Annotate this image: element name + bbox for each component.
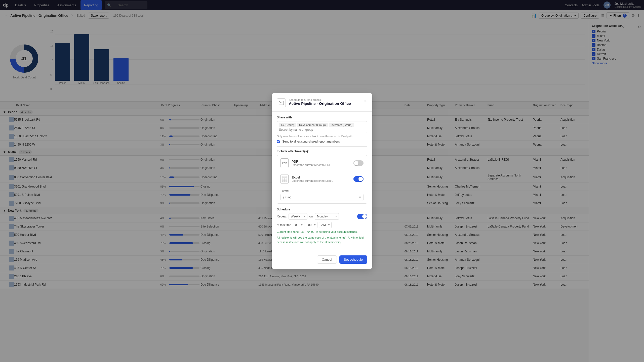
repeat-row: Repeat Weekly Daily Monthly on Monday Tu… [277, 213, 367, 220]
pdf-toggle[interactable] [353, 160, 364, 166]
excel-toggle[interactable] [353, 176, 364, 182]
minute-select[interactable]: 00 15 30 45 [306, 222, 317, 228]
pdf-file-icon: PDF [280, 158, 289, 168]
at-this-time-label: at this time [277, 223, 291, 227]
repeat-label: Repeat [277, 215, 287, 218]
set-schedule-button[interactable]: Set schedule [339, 255, 367, 264]
timezone-note: Current time zone (EST -04:00) is set us… [277, 230, 367, 234]
include-attachments-label: Include attachment(s): [277, 150, 367, 153]
excel-attachment-row: Excel Export the current report to Excel… [277, 171, 367, 187]
svg-rect-5 [282, 176, 287, 178]
toggle-knob [354, 161, 358, 165]
toggle-knob [362, 214, 367, 219]
modal-subtitle: Schedule recurring emails [289, 98, 360, 101]
modal-close-button[interactable]: × [364, 98, 367, 104]
schedule-section: Schedule Repeat Weekly Daily Monthly on … [277, 208, 367, 245]
schedule-label: Schedule [277, 208, 367, 211]
excel-info: Excel Export the current report to Excel… [292, 175, 350, 182]
modal-header: Schedule recurring emails Active Pipelin… [272, 93, 372, 112]
attachment-section: PDF PDF Export the current report to PDF… [277, 155, 367, 204]
schedule-toggle[interactable] [357, 214, 367, 219]
tag-development-group: Development (Group) [297, 123, 328, 127]
format-label: Format [280, 189, 364, 192]
email-icon [277, 98, 286, 107]
schedule-modal: Schedule recurring emails Active Pipelin… [272, 93, 372, 269]
ampm-select[interactable]: AM PM [319, 222, 332, 228]
hour-select[interactable]: 08 09 10 [293, 222, 304, 228]
modal-backdrop: Schedule recurring emails Active Pipelin… [0, 0, 644, 362]
tag-investors-group: Investors (Group) [329, 123, 354, 127]
repeat-select[interactable]: Weekly Daily Monthly [289, 213, 307, 220]
pdf-info: PDF Export the current report to PDF. [292, 160, 350, 166]
day-select[interactable]: Monday Tuesday Wednesday Thursday Friday [315, 213, 339, 220]
send-all-label: Send to all existing shared report membe… [282, 140, 340, 143]
tag-ic-group: IC (Group) [279, 123, 296, 127]
modal-title: Active Pipeline - Origination Office [289, 101, 360, 106]
send-all-checkbox[interactable] [277, 140, 280, 143]
toggle-knob [358, 177, 363, 181]
modal-title-group: Schedule recurring emails Active Pipelin… [289, 98, 360, 106]
share-search-input[interactable] [279, 128, 365, 131]
modal-body: Share with IC (Group) Development (Group… [272, 112, 372, 253]
tags-container[interactable]: IC (Group) Development (Group) Investors… [277, 121, 367, 133]
pdf-attachment-row: PDF PDF Export the current report to PDF… [277, 155, 367, 171]
cancel-button[interactable]: Cancel [317, 255, 337, 264]
time-row: at this time 08 09 10 00 15 30 45 AM [277, 222, 367, 228]
send-all-row: Send to all existing shared report membe… [277, 140, 367, 143]
on-label: on [309, 215, 313, 218]
divider [277, 146, 367, 147]
share-info-text: Only members will receive a link to see … [277, 135, 367, 138]
excel-file-icon [280, 174, 289, 184]
share-with-label: Share with [277, 116, 367, 119]
format-select[interactable]: (.xlsx) .csv [280, 194, 364, 201]
attachment-note: All recipients will see the same copy of… [277, 236, 367, 244]
format-section: Format (.xlsx) .csv [277, 187, 367, 203]
modal-footer: Cancel Set schedule [272, 252, 372, 269]
